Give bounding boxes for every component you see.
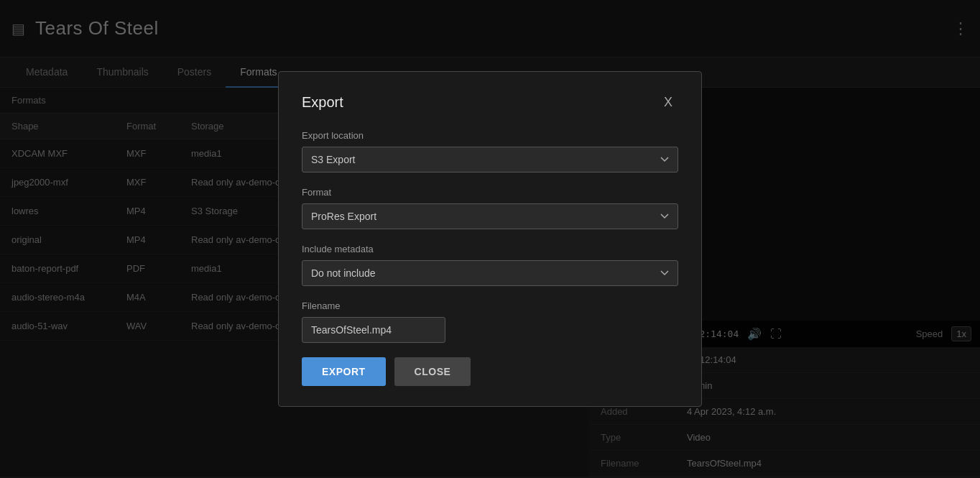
modal-title: Export xyxy=(302,94,343,111)
close-button[interactable]: CLOSE xyxy=(394,357,471,386)
filename-label: Filename xyxy=(302,300,678,311)
format-select[interactable]: ProRes Export H264 Export MP4 Export xyxy=(302,203,678,229)
include-metadata-select[interactable]: Do not include Include all Include selec… xyxy=(302,260,678,286)
modal-close-button[interactable]: X xyxy=(658,92,678,113)
export-button[interactable]: EXPORT xyxy=(302,357,386,386)
modal-backdrop: Export X Export location S3 Export Local… xyxy=(0,0,980,478)
export-location-group: Export location S3 Export Local Export xyxy=(302,130,678,173)
format-group: Format ProRes Export H264 Export MP4 Exp… xyxy=(302,187,678,229)
modal-title-row: Export X xyxy=(302,92,678,113)
format-label: Format xyxy=(302,187,678,198)
modal-actions: EXPORT CLOSE xyxy=(302,357,678,386)
export-location-select[interactable]: S3 Export Local Export xyxy=(302,147,678,173)
export-location-label: Export location xyxy=(302,130,678,141)
include-metadata-label: Include metadata xyxy=(302,244,678,254)
filename-input[interactable] xyxy=(302,317,445,343)
export-modal: Export X Export location S3 Export Local… xyxy=(278,71,702,407)
include-metadata-group: Include metadata Do not include Include … xyxy=(302,244,678,286)
filename-group: Filename xyxy=(302,300,678,343)
